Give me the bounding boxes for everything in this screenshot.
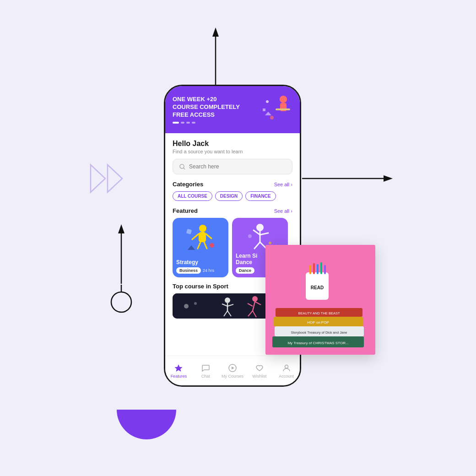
svg-point-55 bbox=[285, 365, 288, 368]
svg-point-39 bbox=[194, 302, 197, 305]
categories-row: ALL COURSE DESIGN FINANCE bbox=[173, 191, 292, 201]
svg-text:HOP on POP: HOP on POP bbox=[307, 320, 329, 325]
svg-point-14 bbox=[266, 100, 269, 103]
svg-point-20 bbox=[199, 225, 206, 232]
nav-courses-label: My Courses bbox=[222, 374, 243, 379]
banner-text: ONE WEEK +20 COURSE COMPLETELY FREE ACCE… bbox=[173, 96, 240, 119]
svg-point-38 bbox=[184, 304, 189, 308]
categories-title: Categories bbox=[173, 181, 203, 188]
svg-marker-28 bbox=[188, 245, 195, 250]
chat-icon bbox=[200, 363, 211, 373]
bottom-nav: Features Chat My Course bbox=[165, 356, 300, 385]
heart-icon bbox=[254, 363, 265, 373]
svg-rect-63 bbox=[324, 265, 326, 274]
nav-account-label: Account bbox=[279, 374, 294, 379]
svg-line-19 bbox=[184, 168, 185, 169]
svg-point-17 bbox=[270, 116, 274, 119]
svg-point-29 bbox=[256, 224, 264, 231]
nav-features[interactable]: Features bbox=[165, 363, 192, 379]
svg-text:BEAUTY AND THE BEAST: BEAUTY AND THE BEAST bbox=[298, 311, 340, 315]
svg-rect-59 bbox=[309, 265, 311, 274]
banner-dot-1 bbox=[173, 122, 179, 124]
svg-line-32 bbox=[260, 233, 268, 235]
svg-marker-52 bbox=[175, 364, 183, 372]
search-input[interactable] bbox=[189, 163, 286, 170]
nav-wishlist-label: Wishlist bbox=[252, 374, 266, 379]
greeting-subtitle: Find a source you want to learn bbox=[173, 149, 292, 154]
star-icon bbox=[173, 363, 184, 373]
featured-see-all[interactable]: See all › bbox=[274, 208, 292, 214]
categories-header: Categories See all › bbox=[173, 181, 292, 188]
svg-point-46 bbox=[252, 296, 258, 302]
svg-point-40 bbox=[225, 298, 230, 303]
person-icon bbox=[281, 363, 292, 373]
svg-marker-5 bbox=[108, 165, 122, 192]
svg-point-11 bbox=[280, 96, 287, 103]
featured-title: Featured bbox=[173, 207, 198, 214]
svg-text:READ: READ bbox=[311, 285, 324, 290]
banner-dot-3 bbox=[186, 122, 190, 124]
greeting-title: Hello Jack bbox=[173, 140, 292, 148]
svg-line-23 bbox=[206, 234, 211, 238]
nav-features-label: Features bbox=[171, 374, 187, 379]
svg-line-34 bbox=[260, 242, 265, 248]
svg-line-24 bbox=[198, 242, 200, 249]
svg-point-36 bbox=[269, 242, 271, 244]
svg-rect-62 bbox=[320, 262, 322, 274]
svg-point-35 bbox=[248, 234, 252, 238]
banner-dot-4 bbox=[192, 122, 195, 124]
svg-line-25 bbox=[204, 242, 207, 249]
nav-wishlist[interactable]: Wishlist bbox=[246, 363, 273, 379]
purple-semicircle bbox=[117, 380, 176, 439]
nav-chat-label: Chat bbox=[201, 374, 210, 379]
category-design[interactable]: DESIGN bbox=[215, 191, 243, 201]
courses-icon bbox=[227, 363, 238, 373]
svg-point-18 bbox=[180, 164, 184, 168]
svg-marker-54 bbox=[232, 367, 234, 369]
svg-line-33 bbox=[254, 242, 260, 249]
featured-card-strategy[interactable]: Strategy Business 24 hrs bbox=[173, 218, 228, 277]
svg-rect-15 bbox=[263, 108, 265, 111]
categories-see-all[interactable]: See all › bbox=[274, 182, 292, 187]
svg-rect-21 bbox=[199, 232, 206, 242]
svg-rect-26 bbox=[186, 229, 192, 234]
nav-account[interactable]: Account bbox=[273, 363, 300, 379]
dance-tag: Dance bbox=[236, 267, 254, 274]
svg-text:My Treasury of CHRISTMAS STOR.: My Treasury of CHRISTMAS STOR... bbox=[287, 341, 348, 345]
category-all-course[interactable]: ALL COURSE bbox=[173, 191, 212, 201]
strategy-illustration bbox=[182, 220, 219, 257]
svg-line-22 bbox=[192, 234, 199, 239]
strategy-tag: Business bbox=[176, 267, 201, 274]
svg-marker-3 bbox=[384, 175, 393, 182]
strategy-card-tags: Business 24 hrs bbox=[176, 267, 225, 274]
featured-header: Featured See all › bbox=[173, 207, 292, 214]
svg-rect-61 bbox=[317, 264, 319, 274]
svg-rect-13 bbox=[276, 108, 290, 110]
svg-marker-4 bbox=[91, 165, 105, 192]
nav-courses[interactable]: My Courses bbox=[219, 363, 246, 379]
book-photo-decoration: READ My Treasury of CHRISTMAS STOR... St… bbox=[265, 245, 375, 355]
strategy-duration: 24 hrs bbox=[203, 268, 214, 273]
svg-text:Storybook Treasury of Dick and: Storybook Treasury of Dick and Jane bbox=[291, 330, 347, 335]
category-finance[interactable]: FINANCE bbox=[245, 191, 276, 201]
banner-illustration bbox=[258, 92, 292, 127]
strategy-card-title: Strategy bbox=[176, 259, 225, 265]
search-bar[interactable] bbox=[173, 159, 292, 174]
svg-marker-16 bbox=[265, 112, 271, 115]
svg-marker-1 bbox=[212, 27, 219, 37]
svg-rect-60 bbox=[313, 263, 315, 274]
book-stack-illustration: READ My Treasury of CHRISTMAS STOR... St… bbox=[265, 245, 375, 355]
promo-banner[interactable]: ONE WEEK +20 COURSE COMPLETELY FREE ACCE… bbox=[165, 86, 300, 133]
search-icon bbox=[179, 164, 185, 170]
banner-dot-2 bbox=[181, 122, 184, 124]
nav-chat[interactable]: Chat bbox=[192, 363, 219, 379]
svg-point-8 bbox=[111, 292, 131, 312]
svg-point-27 bbox=[210, 243, 214, 248]
svg-marker-7 bbox=[118, 224, 124, 233]
